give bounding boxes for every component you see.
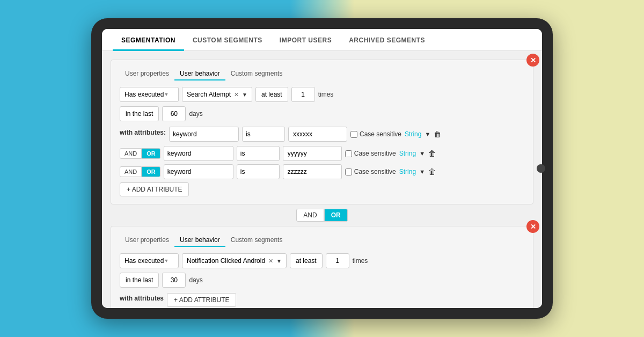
in-last-text-1: in the last — [126, 110, 153, 118]
sub-tabs-block2: User properties User behavior Custom seg… — [120, 234, 524, 247]
has-executed-label-2: Has executed — [125, 257, 164, 265]
connector-and-btn[interactable]: AND — [296, 209, 324, 222]
value-input-1b[interactable] — [283, 146, 342, 161]
at-least-label-1: at least — [261, 91, 282, 98]
event-arrow-2[interactable]: ▼ — [276, 258, 282, 264]
days-label-2: days — [189, 276, 202, 284]
event-arrow-1[interactable]: ▼ — [242, 92, 247, 98]
delete-attr-1a[interactable]: 🗑 — [434, 130, 441, 138]
has-executed-select-2[interactable]: Has executed — [120, 253, 179, 268]
is-select-1a[interactable]: is — [242, 127, 285, 142]
in-last-box-2: in the last — [120, 273, 159, 288]
keyword-select-1b[interactable]: keyword — [164, 146, 233, 161]
close-block-1-button[interactable]: ✕ — [526, 54, 539, 67]
event-row-1: Has executed Search Attempt ✕ ▼ at least… — [120, 87, 524, 102]
times-input-2[interactable] — [326, 253, 349, 268]
attr-row-1c: AND OR keyword is Case sensitive String — [120, 164, 524, 179]
delete-attr-1b[interactable]: 🗑 — [428, 149, 436, 158]
tab-segmentation[interactable]: SEGMENTATION — [113, 29, 184, 51]
sub-tab-user-behavior-1[interactable]: User behavior — [174, 68, 225, 80]
or-btn-1c[interactable]: OR — [142, 166, 160, 177]
sub-tab-custom-segments-1[interactable]: Custom segments — [225, 68, 288, 80]
connector-row: AND OR — [111, 209, 533, 222]
case-checkbox-1b[interactable] — [345, 150, 352, 157]
case-sensitive-text-1a: Case sensitive — [360, 130, 401, 138]
in-last-row-2: in the last days — [120, 273, 524, 288]
event-tag-1: Search Attempt ✕ ▼ — [182, 87, 252, 102]
case-sensitive-text-1c: Case sensitive — [354, 168, 396, 175]
type-arrow-1a[interactable]: ▼ — [425, 131, 430, 137]
sub-tab-custom-segments-2[interactable]: Custom segments — [225, 234, 288, 247]
type-arrow-1c[interactable]: ▼ — [419, 169, 425, 175]
at-least-box-1[interactable]: at least — [255, 87, 288, 102]
segment-block-1: ✕ User properties User behavior Custom s… — [111, 60, 533, 204]
at-least-label-2: at least — [296, 257, 317, 265]
case-checkbox-1a[interactable] — [350, 131, 357, 138]
string-label-1c[interactable]: String — [399, 168, 416, 175]
with-attrs-header: with attributes: keyword is Case sensiti… — [120, 127, 524, 142]
with-attributes-label-2: with attributes — [120, 295, 164, 302]
sub-tab-user-properties-2[interactable]: User properties — [120, 234, 174, 247]
sub-tab-user-behavior-2[interactable]: User behavior — [174, 234, 225, 247]
string-label-1a[interactable]: String — [405, 130, 421, 138]
times-label-2: times — [353, 257, 368, 265]
tabs-bar: SEGMENTATION CUSTOM SEGMENTS IMPORT USER… — [102, 29, 542, 51]
event-row-2: Has executed Notification Clicked Androi… — [120, 253, 524, 268]
event-remove-2[interactable]: ✕ — [268, 258, 273, 265]
days-input-2[interactable] — [162, 273, 186, 288]
days-input-1[interactable] — [162, 106, 186, 121]
value-input-1a[interactable] — [288, 127, 347, 142]
screen: SEGMENTATION CUSTOM SEGMENTS IMPORT USER… — [102, 29, 542, 308]
event-name-2: Notification Clicked Android — [187, 257, 265, 265]
connector-or-btn[interactable]: OR — [324, 209, 348, 222]
and-or-group-1c: AND OR — [120, 166, 160, 177]
event-name-1: Search Attempt — [187, 91, 231, 98]
case-sensitive-1b: Case sensitive — [345, 150, 396, 157]
has-executed-select-1[interactable]: Has executed — [120, 87, 179, 102]
string-label-1b[interactable]: String — [399, 150, 416, 157]
tab-custom-segments[interactable]: CUSTOM SEGMENTS — [184, 29, 271, 51]
content-area: ✕ User properties User behavior Custom s… — [102, 51, 542, 308]
add-attribute-btn-1[interactable]: + ADD ATTRIBUTE — [120, 182, 189, 196]
sub-tab-user-properties-1[interactable]: User properties — [120, 68, 174, 80]
segment-block-2: ✕ User properties User behavior Custom s… — [111, 226, 533, 308]
tab-archived-segments[interactable]: ARCHIVED SEGMENTS — [340, 29, 434, 51]
at-least-box-2[interactable]: at least — [290, 253, 323, 268]
value-input-1c[interactable] — [283, 164, 342, 179]
attr-row-1b: AND OR keyword is Case sensitive String — [120, 146, 524, 161]
case-sensitive-1a: Case sensitive — [350, 130, 401, 138]
in-last-text-2: in the last — [126, 276, 153, 284]
case-sensitive-text-1b: Case sensitive — [354, 150, 396, 157]
or-btn-1b[interactable]: OR — [142, 148, 160, 159]
case-checkbox-1c[interactable] — [345, 169, 352, 175]
has-executed-label-1: Has executed — [125, 91, 164, 98]
add-attribute-btn-2[interactable]: + ADD ATTRIBUTE — [167, 293, 236, 307]
days-label-1: days — [189, 110, 202, 118]
close-block-2-button[interactable]: ✕ — [526, 220, 539, 233]
type-arrow-1b[interactable]: ▼ — [419, 150, 425, 157]
times-input-1[interactable] — [291, 87, 315, 102]
and-btn-1b[interactable]: AND — [120, 148, 142, 159]
is-select-1c[interactable]: is — [237, 164, 280, 179]
tab-import-users[interactable]: IMPORT USERS — [271, 29, 340, 51]
times-label-1: times — [318, 91, 334, 98]
case-sensitive-1c: Case sensitive — [345, 168, 396, 175]
keyword-select-1c[interactable]: keyword — [164, 164, 233, 179]
is-select-1b[interactable]: is — [237, 146, 280, 161]
delete-attr-1c[interactable]: 🗑 — [428, 167, 436, 176]
and-or-group-1b: AND OR — [120, 148, 160, 159]
in-last-box-1: in the last — [120, 106, 159, 121]
with-attrs-row-2: with attributes + ADD ATTRIBUTE — [120, 293, 524, 307]
in-last-row-1: in the last days — [120, 106, 524, 121]
keyword-select-1a[interactable]: keyword — [169, 127, 239, 142]
and-btn-1c[interactable]: AND — [120, 166, 142, 177]
event-remove-1[interactable]: ✕ — [234, 91, 239, 98]
event-tag-2: Notification Clicked Android ✕ ▼ — [182, 253, 287, 268]
tablet: SEGMENTATION CUSTOM SEGMENTS IMPORT USER… — [91, 18, 553, 319]
with-attributes-label-1: with attributes: — [120, 129, 166, 136]
sub-tabs-block1: User properties User behavior Custom seg… — [120, 68, 524, 80]
